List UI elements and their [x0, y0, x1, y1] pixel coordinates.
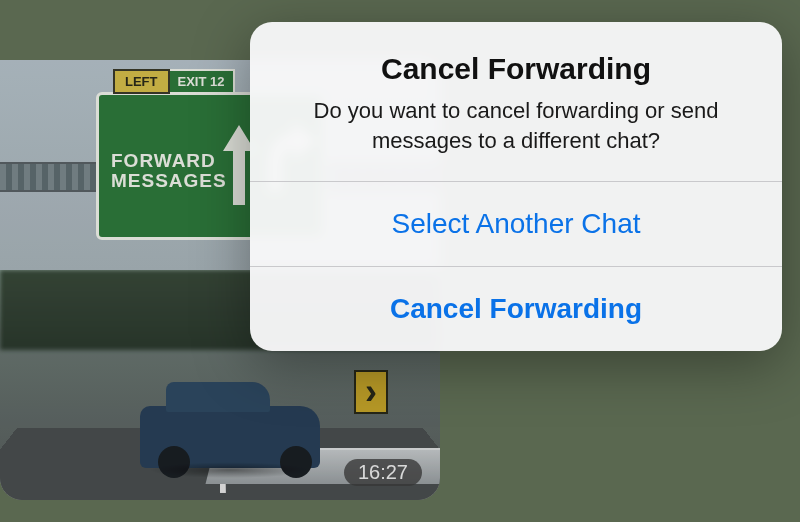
chevron-sign-icon [354, 370, 388, 414]
car [140, 406, 320, 468]
alert-dialog: Cancel Forwarding Do you want to cancel … [250, 22, 782, 351]
cancel-forwarding-button[interactable]: Cancel Forwarding [250, 267, 782, 351]
exit-tab: LEFT EXIT 12 [113, 69, 235, 94]
message-timestamp: 16:27 [344, 459, 422, 486]
exit-left-label: LEFT [113, 69, 170, 94]
select-another-chat-button[interactable]: Select Another Chat [250, 182, 782, 266]
exit-number: EXIT 12 [170, 69, 235, 94]
alert-message: Do you want to cancel forwarding or send… [284, 96, 748, 155]
wheel-rear [158, 446, 190, 478]
alert-title: Cancel Forwarding [284, 52, 748, 86]
alert-header: Cancel Forwarding Do you want to cancel … [250, 22, 782, 181]
wheel-front [280, 446, 312, 478]
